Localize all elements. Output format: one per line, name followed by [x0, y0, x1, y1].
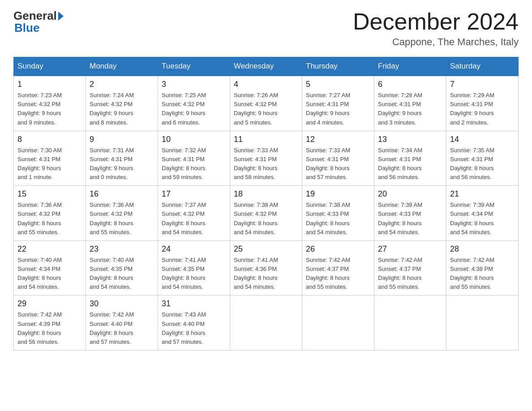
day-number: 2 [90, 80, 154, 89]
day-number: 3 [162, 80, 226, 89]
table-row: 29Sunrise: 7:42 AMSunset: 4:39 PMDayligh… [14, 295, 86, 351]
month-title: December 2024 [353, 9, 519, 34]
day-info: Sunrise: 7:27 AMSunset: 4:31 PMDaylight:… [306, 91, 370, 127]
day-info: Sunrise: 7:30 AMSunset: 4:31 PMDaylight:… [17, 146, 82, 182]
day-number: 18 [234, 189, 298, 199]
day-number: 4 [234, 80, 298, 89]
day-number: 28 [450, 244, 515, 254]
day-info: Sunrise: 7:34 AMSunset: 4:31 PMDaylight:… [378, 146, 442, 182]
day-number: 16 [90, 189, 154, 199]
table-row: 19Sunrise: 7:38 AMSunset: 4:33 PMDayligh… [302, 186, 374, 241]
day-number: 1 [17, 80, 82, 89]
calendar-week-row: 15Sunrise: 7:36 AMSunset: 4:32 PMDayligh… [14, 186, 519, 241]
table-row: 11Sunrise: 7:33 AMSunset: 4:31 PMDayligh… [230, 131, 302, 186]
day-number: 26 [306, 244, 370, 254]
table-row: 28Sunrise: 7:42 AMSunset: 4:38 PMDayligh… [446, 240, 519, 295]
table-row [230, 295, 302, 351]
day-info: Sunrise: 7:43 AMSunset: 4:40 PMDaylight:… [162, 310, 226, 347]
day-info: Sunrise: 7:39 AMSunset: 4:34 PMDaylight:… [450, 201, 515, 237]
day-number: 19 [306, 189, 370, 199]
day-number: 27 [378, 244, 442, 254]
location-title: Cappone, The Marches, Italy [353, 36, 519, 48]
table-row: 10Sunrise: 7:32 AMSunset: 4:31 PMDayligh… [158, 131, 230, 186]
day-number: 9 [90, 135, 154, 144]
day-number: 5 [306, 80, 370, 89]
logo-arrow-icon [58, 12, 64, 21]
table-row: 6Sunrise: 7:28 AMSunset: 4:31 PMDaylight… [374, 76, 446, 131]
day-info: Sunrise: 7:42 AMSunset: 4:38 PMDaylight:… [450, 256, 515, 292]
table-row: 31Sunrise: 7:43 AMSunset: 4:40 PMDayligh… [158, 295, 230, 351]
table-row: 20Sunrise: 7:39 AMSunset: 4:33 PMDayligh… [374, 186, 446, 241]
logo: General Blue [13, 9, 64, 35]
day-number: 21 [450, 189, 515, 199]
table-row: 16Sunrise: 7:36 AMSunset: 4:32 PMDayligh… [86, 186, 158, 241]
day-info: Sunrise: 7:39 AMSunset: 4:33 PMDaylight:… [378, 201, 442, 237]
day-info: Sunrise: 7:28 AMSunset: 4:31 PMDaylight:… [378, 91, 442, 127]
day-number: 10 [162, 135, 226, 144]
table-row: 15Sunrise: 7:36 AMSunset: 4:32 PMDayligh… [14, 186, 86, 241]
table-row: 1Sunrise: 7:23 AMSunset: 4:32 PMDaylight… [14, 76, 86, 131]
table-row [302, 295, 374, 351]
table-row: 18Sunrise: 7:38 AMSunset: 4:32 PMDayligh… [230, 186, 302, 241]
table-row: 13Sunrise: 7:34 AMSunset: 4:31 PMDayligh… [374, 131, 446, 186]
table-row: 2Sunrise: 7:24 AMSunset: 4:32 PMDaylight… [86, 76, 158, 131]
day-info: Sunrise: 7:40 AMSunset: 4:35 PMDaylight:… [90, 256, 154, 292]
day-info: Sunrise: 7:41 AMSunset: 4:36 PMDaylight:… [234, 256, 298, 292]
day-number: 22 [17, 244, 82, 254]
day-number: 13 [378, 135, 442, 144]
day-info: Sunrise: 7:37 AMSunset: 4:32 PMDaylight:… [162, 201, 226, 237]
day-number: 6 [378, 80, 442, 89]
table-row: 22Sunrise: 7:40 AMSunset: 4:34 PMDayligh… [14, 240, 86, 295]
day-info: Sunrise: 7:38 AMSunset: 4:32 PMDaylight:… [234, 201, 298, 237]
table-row [374, 295, 446, 351]
day-info: Sunrise: 7:26 AMSunset: 4:32 PMDaylight:… [234, 91, 298, 127]
title-block: December 2024 Cappone, The Marches, Ital… [353, 9, 519, 48]
table-row: 3Sunrise: 7:25 AMSunset: 4:32 PMDaylight… [158, 76, 230, 131]
day-info: Sunrise: 7:33 AMSunset: 4:31 PMDaylight:… [234, 146, 298, 182]
col-wednesday: Wednesday [230, 57, 302, 76]
day-number: 31 [162, 299, 226, 308]
day-info: Sunrise: 7:31 AMSunset: 4:31 PMDaylight:… [90, 146, 154, 182]
day-info: Sunrise: 7:41 AMSunset: 4:35 PMDaylight:… [162, 256, 226, 292]
day-number: 17 [162, 189, 226, 199]
day-info: Sunrise: 7:33 AMSunset: 4:31 PMDaylight:… [306, 146, 370, 182]
day-number: 8 [17, 135, 82, 144]
day-number: 25 [234, 244, 298, 254]
table-row: 17Sunrise: 7:37 AMSunset: 4:32 PMDayligh… [158, 186, 230, 241]
table-row: 23Sunrise: 7:40 AMSunset: 4:35 PMDayligh… [86, 240, 158, 295]
calendar-header-row: Sunday Monday Tuesday Wednesday Thursday… [14, 57, 519, 76]
page-header: General Blue December 2024 Cappone, The … [13, 9, 519, 48]
table-row: 14Sunrise: 7:35 AMSunset: 4:31 PMDayligh… [446, 131, 519, 186]
table-row: 4Sunrise: 7:26 AMSunset: 4:32 PMDaylight… [230, 76, 302, 131]
day-info: Sunrise: 7:36 AMSunset: 4:32 PMDaylight:… [17, 201, 82, 237]
day-info: Sunrise: 7:35 AMSunset: 4:31 PMDaylight:… [450, 146, 515, 182]
table-row: 26Sunrise: 7:42 AMSunset: 4:37 PMDayligh… [302, 240, 374, 295]
calendar-week-row: 1Sunrise: 7:23 AMSunset: 4:32 PMDaylight… [14, 76, 519, 131]
table-row: 24Sunrise: 7:41 AMSunset: 4:35 PMDayligh… [158, 240, 230, 295]
day-info: Sunrise: 7:38 AMSunset: 4:33 PMDaylight:… [306, 201, 370, 237]
calendar-week-row: 29Sunrise: 7:42 AMSunset: 4:39 PMDayligh… [14, 295, 519, 351]
table-row: 25Sunrise: 7:41 AMSunset: 4:36 PMDayligh… [230, 240, 302, 295]
day-number: 23 [90, 244, 154, 254]
table-row: 9Sunrise: 7:31 AMSunset: 4:31 PMDaylight… [86, 131, 158, 186]
day-info: Sunrise: 7:23 AMSunset: 4:32 PMDaylight:… [17, 91, 82, 127]
table-row: 12Sunrise: 7:33 AMSunset: 4:31 PMDayligh… [302, 131, 374, 186]
day-info: Sunrise: 7:24 AMSunset: 4:32 PMDaylight:… [90, 91, 154, 127]
day-info: Sunrise: 7:42 AMSunset: 4:40 PMDaylight:… [90, 310, 154, 347]
col-monday: Monday [86, 57, 158, 76]
day-info: Sunrise: 7:32 AMSunset: 4:31 PMDaylight:… [162, 146, 226, 182]
day-number: 15 [17, 189, 82, 199]
day-number: 14 [450, 135, 515, 144]
calendar-week-row: 8Sunrise: 7:30 AMSunset: 4:31 PMDaylight… [14, 131, 519, 186]
day-number: 11 [234, 135, 298, 144]
day-info: Sunrise: 7:42 AMSunset: 4:37 PMDaylight:… [306, 256, 370, 292]
col-thursday: Thursday [302, 57, 374, 76]
table-row: 5Sunrise: 7:27 AMSunset: 4:31 PMDaylight… [302, 76, 374, 131]
day-info: Sunrise: 7:42 AMSunset: 4:39 PMDaylight:… [17, 310, 82, 347]
day-number: 20 [378, 189, 442, 199]
col-friday: Friday [374, 57, 446, 76]
day-info: Sunrise: 7:29 AMSunset: 4:31 PMDaylight:… [450, 91, 515, 127]
table-row [446, 295, 519, 351]
table-row: 30Sunrise: 7:42 AMSunset: 4:40 PMDayligh… [86, 295, 158, 351]
calendar-table: Sunday Monday Tuesday Wednesday Thursday… [13, 57, 519, 351]
